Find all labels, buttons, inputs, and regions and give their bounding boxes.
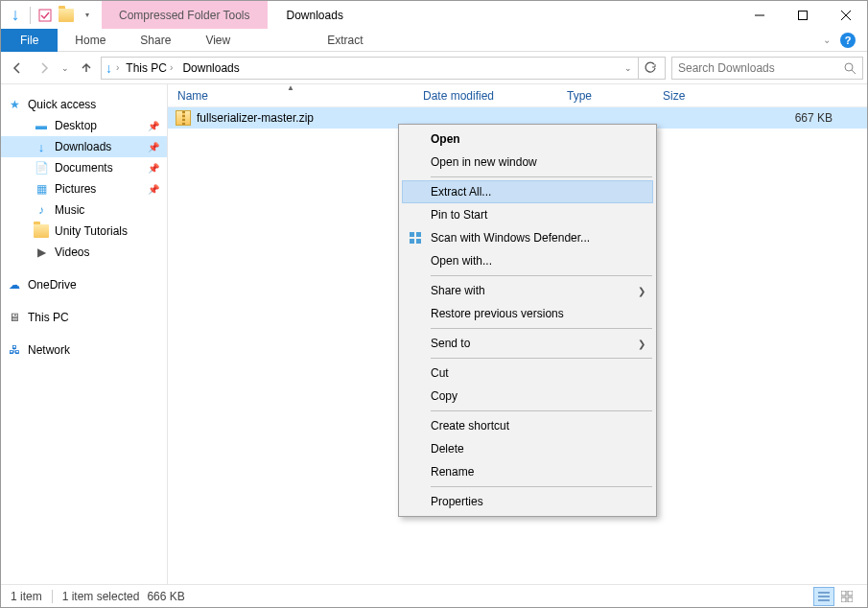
cm-create-shortcut[interactable]: Create shortcut: [402, 414, 653, 437]
cm-send-to[interactable]: Send to❯: [402, 332, 653, 355]
svg-line-6: [852, 70, 856, 74]
documents-icon: 📄: [34, 160, 49, 175]
pin-icon: 📌: [146, 121, 161, 131]
new-folder-icon[interactable]: [58, 7, 75, 24]
help-icon[interactable]: ?: [840, 33, 856, 48]
recent-dropdown[interactable]: ⌄: [59, 56, 72, 81]
context-tools-label: Compressed Folder Tools: [102, 1, 268, 29]
sidebar-item-documents[interactable]: 📄Documents📌: [1, 157, 167, 178]
breadcrumb-downloads[interactable]: Downloads: [179, 61, 242, 75]
svg-rect-0: [39, 10, 51, 21]
location-icon: ↓: [106, 60, 112, 76]
column-date[interactable]: Date modified: [413, 89, 557, 103]
view-tab[interactable]: View: [188, 29, 247, 52]
pin-icon: 📌: [146, 163, 161, 174]
sidebar-item-music[interactable]: ♪Music: [1, 199, 167, 221]
pin-icon: 📌: [146, 184, 161, 195]
status-selected-size: 666 KB: [147, 590, 184, 603]
cm-scan-defender[interactable]: Scan with Windows Defender...: [402, 226, 653, 249]
thumbnails-view-button[interactable]: [836, 587, 857, 606]
download-arrow-icon[interactable]: ↓: [7, 7, 24, 24]
sort-asc-icon: ▲: [287, 83, 294, 92]
chevron-right-icon: ❯: [638, 339, 645, 349]
file-name: fullserializer-master.zip: [197, 111, 314, 125]
column-name[interactable]: Name▲: [168, 89, 413, 103]
defender-icon: [408, 230, 423, 246]
search-input[interactable]: Search Downloads: [671, 57, 863, 80]
cm-extract-all[interactable]: Extract All...: [402, 180, 653, 203]
sidebar-item-desktop[interactable]: ▬Desktop📌: [1, 115, 167, 136]
svg-rect-14: [841, 591, 846, 596]
back-button[interactable]: [5, 56, 30, 81]
cm-cut[interactable]: Cut: [402, 362, 653, 385]
search-icon: [843, 61, 856, 75]
share-tab[interactable]: Share: [123, 29, 188, 52]
zip-file-icon: [176, 110, 191, 126]
sidebar-item-pictures[interactable]: ▦Pictures📌: [1, 178, 167, 199]
pc-icon: 🖥: [7, 310, 22, 325]
svg-rect-8: [416, 232, 421, 237]
column-type[interactable]: Type: [557, 89, 653, 103]
navigation-pane: ★Quick access ▬Desktop📌 ↓Downloads📌 📄Doc…: [1, 84, 168, 584]
svg-rect-9: [410, 239, 414, 244]
home-tab[interactable]: Home: [58, 29, 123, 52]
sidebar-item-network[interactable]: 🖧Network: [1, 339, 167, 361]
up-button[interactable]: [74, 56, 99, 81]
minimize-button[interactable]: [738, 1, 781, 29]
cm-open-new-window[interactable]: Open in new window: [402, 151, 653, 174]
ribbon: File Home Share View Extract ⌄ ?: [1, 29, 867, 52]
cm-share-with[interactable]: Share with❯: [402, 279, 653, 302]
svg-rect-10: [416, 239, 421, 244]
cm-restore-versions[interactable]: Restore previous versions: [402, 302, 653, 325]
music-icon: ♪: [34, 202, 49, 218]
address-box[interactable]: ↓ › This PC› Downloads ⌄: [101, 57, 666, 80]
svg-rect-7: [410, 232, 414, 237]
search-placeholder: Search Downloads: [678, 61, 775, 75]
refresh-button[interactable]: [638, 58, 661, 79]
cm-delete[interactable]: Delete: [402, 437, 653, 460]
file-size: 667 KB: [786, 111, 867, 125]
details-view-button[interactable]: [813, 587, 834, 606]
maximize-button[interactable]: [781, 1, 824, 29]
column-size[interactable]: Size: [653, 89, 749, 103]
close-button[interactable]: [824, 1, 867, 29]
star-icon: ★: [7, 97, 22, 112]
status-bar: 1 item 1 item selected 666 KB: [1, 584, 867, 607]
forward-button[interactable]: [32, 56, 57, 81]
svg-rect-15: [848, 591, 853, 596]
sidebar-item-quick-access[interactable]: ★Quick access: [1, 94, 167, 115]
downloads-icon: ↓: [34, 139, 49, 154]
ribbon-expand-icon[interactable]: ⌄: [823, 35, 831, 45]
sidebar-item-unity[interactable]: Unity Tutorials: [1, 221, 167, 242]
network-icon: 🖧: [7, 342, 22, 358]
status-selected-count: 1 item selected: [62, 590, 140, 603]
cm-open[interactable]: Open: [402, 128, 653, 151]
properties-icon[interactable]: [36, 7, 54, 24]
svg-rect-17: [848, 597, 853, 602]
cm-rename[interactable]: Rename: [402, 460, 653, 483]
cloud-icon: ☁: [7, 277, 22, 292]
address-dropdown-icon[interactable]: ⌄: [619, 63, 638, 73]
extract-tab[interactable]: Extract: [310, 29, 380, 52]
desktop-icon: ▬: [34, 118, 49, 133]
column-headers: Name▲ Date modified Type Size: [168, 84, 867, 107]
sidebar-item-thispc[interactable]: 🖥This PC: [1, 307, 167, 328]
pin-icon: 📌: [146, 142, 161, 152]
svg-point-5: [845, 63, 853, 71]
sidebar-item-onedrive[interactable]: ☁OneDrive: [1, 274, 167, 295]
cm-copy[interactable]: Copy: [402, 385, 653, 408]
quick-access-toolbar: ↓ ▾: [1, 7, 102, 24]
cm-open-with[interactable]: Open with...: [402, 249, 653, 272]
svg-rect-2: [798, 11, 807, 19]
window-title: Downloads: [268, 9, 343, 22]
chevron-right-icon[interactable]: ›: [116, 62, 119, 73]
breadcrumb-thispc[interactable]: This PC›: [123, 61, 176, 75]
file-tab[interactable]: File: [1, 29, 58, 52]
qat-dropdown-icon[interactable]: ▾: [79, 7, 96, 24]
title-bar: ↓ ▾ Compressed Folder Tools Downloads: [1, 1, 867, 29]
sidebar-item-videos[interactable]: ▶Videos: [1, 242, 167, 263]
sidebar-item-downloads[interactable]: ↓Downloads📌: [1, 136, 167, 157]
cm-pin-to-start[interactable]: Pin to Start: [402, 203, 653, 226]
chevron-right-icon: ❯: [638, 286, 645, 296]
cm-properties[interactable]: Properties: [402, 490, 653, 513]
